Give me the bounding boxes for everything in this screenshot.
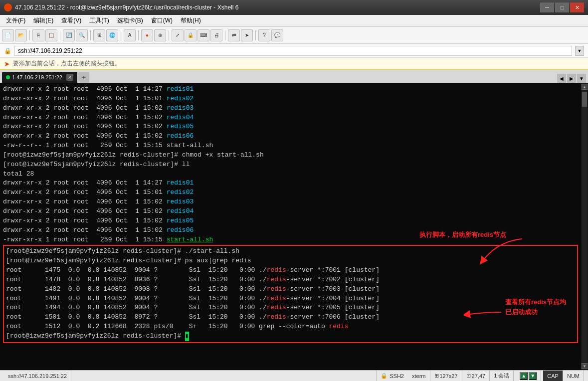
close-button[interactable]: ✕: [570, 2, 584, 12]
vertical-scrollbar[interactable]: ▲ ▼: [581, 83, 588, 370]
scroll-thumb[interactable]: [582, 92, 587, 107]
tb-red-circle[interactable]: ●: [141, 29, 153, 41]
status-address: ssh://47.106.219.251:22: [4, 371, 71, 381]
status-address-text: ssh://47.106.219.251:22: [8, 373, 67, 379]
tb-open[interactable]: 📂: [15, 29, 27, 41]
term-line: [root@izwz9ef5sjam9pvfyiz26lz redis-clus…: [3, 151, 578, 160]
tab-menu-button[interactable]: ▼: [577, 74, 586, 83]
menu-view[interactable]: 查看(V): [57, 15, 85, 26]
tab-navigation: ◀ ▶ ▼: [557, 74, 586, 83]
tab-bar: 1 47.106.219.251:22 ✕ + ◀ ▶ ▼: [0, 70, 588, 83]
menu-edit[interactable]: 编辑(E): [29, 15, 57, 26]
status-encoding: xterm: [408, 371, 430, 381]
term-line: root 1491 0.0 0.8 140852 9004 ? Ssl 15:2…: [6, 294, 575, 304]
tab-next-button[interactable]: ▶: [567, 74, 576, 83]
tb-sep1: [29, 30, 30, 40]
status-encoding-text: xterm: [412, 373, 426, 379]
term-line: [root@izwz9ef5sjam9pvfyiz26lz redis-clus…: [6, 332, 575, 341]
tb-arrow[interactable]: ➤: [241, 29, 253, 41]
tb-font[interactable]: A: [124, 29, 136, 41]
tb-print[interactable]: 🖨: [210, 29, 222, 41]
term-line: root 1494 0.0 0.8 140852 9004 ? Ssl 15:2…: [6, 303, 575, 313]
status-size-icon: ⊞: [434, 373, 439, 379]
tb-keyboard[interactable]: ⌨: [197, 29, 209, 41]
status-cap-text: CAP: [547, 373, 559, 379]
scroll-down-button[interactable]: ▼: [582, 363, 588, 369]
menu-file[interactable]: 文件(F): [2, 15, 29, 26]
menu-tools[interactable]: 工具(T): [85, 15, 113, 26]
scroll-down-btn[interactable]: ▼: [529, 372, 537, 380]
status-size: ⊞ 127x27: [430, 371, 462, 381]
tb-globe[interactable]: 🌐: [106, 29, 118, 41]
status-num: NUM: [563, 371, 584, 381]
status-size-text: 127x27: [440, 373, 458, 379]
term-line: drwxr-xr-x 2 root root 4096 Oct 1 15:02 …: [3, 104, 578, 113]
tb-screen[interactable]: ⊞: [93, 29, 105, 41]
tb-help[interactable]: ?: [258, 29, 270, 41]
term-line: drwxr-xr-x 2 root root 4096 Oct 1 15:02 …: [3, 226, 578, 235]
tb-sep4: [121, 30, 121, 40]
term-line: root 1482 0.0 0.8 140852 9008 ? Ssl 15:2…: [6, 285, 575, 294]
term-line: drwxr-xr-x 2 root root 4096 Oct 1 15:01 …: [3, 188, 578, 197]
tb-sep7: [225, 30, 225, 40]
tb-chat[interactable]: 💬: [271, 29, 283, 41]
tb-sep5: [138, 30, 139, 40]
status-sessions-text: 1 会话: [494, 372, 509, 380]
status-cap: CAP: [543, 371, 563, 381]
highlighted-section: [root@izwz9ef5sjam9pvfyiz26lz redis-clus…: [3, 245, 578, 343]
minimize-button[interactable]: ─: [540, 2, 554, 12]
term-line: root 1512 0.0 0.2 112668 2328 pts/0 S+ 1…: [6, 322, 575, 332]
address-input[interactable]: [14, 46, 572, 56]
tb-fullscreen[interactable]: ⤢: [172, 29, 184, 41]
terminal-wrapper: drwxr-xr-x 2 root root 4096 Oct 1 14:27 …: [0, 83, 588, 370]
term-line: [root@izwz9ef5sjam9pvfyiz26lz redis-clus…: [3, 160, 578, 170]
term-line: drwxr-xr-x 2 root root 4096 Oct 1 15:01 …: [3, 94, 578, 104]
menu-window[interactable]: 窗口(W): [147, 15, 177, 26]
active-tab[interactable]: 1 47.106.219.251:22 ✕: [2, 72, 77, 83]
tb-sep2: [60, 30, 60, 40]
status-protocol: SSH2: [390, 373, 404, 379]
term-line: -rw-r--r-- 1 root root 259 Oct 1 15:15 s…: [3, 141, 578, 151]
maximize-button[interactable]: □: [555, 2, 569, 12]
menu-bar: 文件(F) 编辑(E) 查看(V) 工具(T) 选项卡(B) 窗口(W) 帮助(…: [0, 15, 588, 27]
lock-icon: 🔒: [4, 47, 11, 54]
address-dropdown[interactable]: ▼: [575, 46, 584, 56]
term-line: drwxr-xr-x 2 root root 4096 Oct 1 14:27 …: [3, 179, 578, 188]
term-line: root 1478 0.0 0.8 140852 8936 ? Ssl 15:2…: [6, 275, 575, 285]
tb-paste[interactable]: 📋: [45, 29, 57, 41]
term-line: [root@izwz9ef5sjam9pvfyiz26lz redis-clus…: [6, 256, 575, 266]
tb-search[interactable]: 🔍: [76, 29, 88, 41]
term-line: drwxr-xr-x 2 root root 4096 Oct 1 15:02 …: [3, 207, 578, 216]
scroll-up-btn[interactable]: ▲: [520, 372, 528, 380]
status-ssh-icon: 🔒: [381, 373, 388, 379]
app-icon: [4, 3, 12, 11]
scroll-up-button[interactable]: ▲: [582, 84, 588, 90]
term-line: drwxr-xr-x 2 root root 4096 Oct 1 14:27 …: [3, 85, 578, 94]
menu-help[interactable]: 帮助(H): [177, 15, 205, 26]
scroll-track[interactable]: [582, 91, 587, 362]
tb-sep8: [255, 30, 256, 40]
new-tab-button[interactable]: +: [78, 72, 89, 83]
tab-prev-button[interactable]: ◀: [557, 74, 566, 83]
status-num-text: NUM: [567, 373, 580, 379]
info-bar: ➤ 要添加当前会话，点击左侧的箭头按钮。: [0, 58, 588, 70]
info-icon: ➤: [4, 60, 10, 68]
tab-close-button[interactable]: ✕: [66, 74, 73, 81]
tab-indicator: [6, 75, 10, 79]
tb-sep6: [169, 30, 169, 40]
tb-transfer[interactable]: ⇄: [228, 29, 240, 41]
tb-sep3: [90, 30, 91, 40]
tb-new[interactable]: 📄: [2, 29, 14, 41]
tb-copy[interactable]: ⎘: [32, 29, 44, 41]
term-line: drwxr-xr-x 2 root root 4096 Oct 1 15:02 …: [3, 197, 578, 207]
status-scroll-arrows: ▲ ▼: [516, 371, 541, 381]
toolbar: 📄 📂 ⎘ 📋 🔄 🔍 ⊞ 🌐 A ● ⊕ ⤢ 🔒 ⌨ 🖨 ⇄ ➤ ? 💬: [0, 27, 588, 44]
status-cursor-text: 27,47: [472, 373, 486, 379]
tb-cmd[interactable]: ⊕: [154, 29, 166, 41]
tb-refresh[interactable]: 🔄: [63, 29, 75, 41]
terminal[interactable]: drwxr-xr-x 2 root root 4096 Oct 1 14:27 …: [0, 83, 581, 370]
term-line: drwxr-xr-x 2 root root 4096 Oct 1 15:02 …: [3, 132, 578, 141]
tb-lock[interactable]: 🔒: [185, 29, 196, 41]
term-line: total 28: [3, 170, 578, 179]
menu-tabs[interactable]: 选项卡(B): [113, 15, 147, 26]
